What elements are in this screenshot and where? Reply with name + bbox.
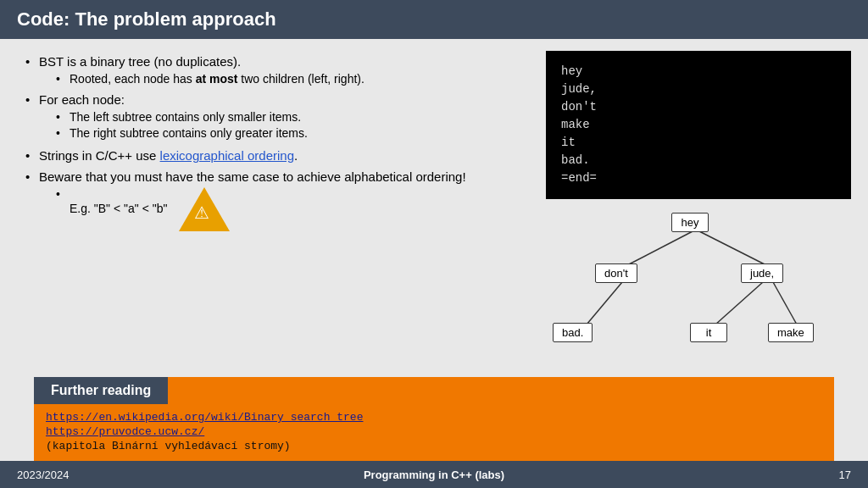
- bullet-3: Strings in C/C++ use lexicographical ord…: [25, 148, 520, 163]
- code-line-7: =end=: [561, 169, 836, 187]
- code-terminal: hey jude, don't make it bad. =end=: [546, 51, 851, 199]
- bullet-1: BST is a binary tree (no duplicates). Ro…: [25, 54, 520, 86]
- bullet-3-suffix: .: [294, 148, 298, 163]
- svg-line-3: [715, 282, 763, 324]
- footer-year: 2023/2024: [17, 469, 69, 481]
- further-reading-link-2[interactable]: https://pruvodce.ucw.cz/: [46, 425, 822, 438]
- further-reading-header: Further reading: [34, 377, 168, 404]
- warning-triangle-icon: [179, 187, 230, 231]
- bullet-4: Beware that you must have the same case …: [25, 169, 520, 231]
- tree-node-bad: bad.: [553, 323, 593, 342]
- bullet-2: For each node: The left subtree contains…: [25, 92, 520, 140]
- footer-page: 17: [839, 469, 851, 481]
- code-line-2: jude,: [561, 80, 836, 98]
- tree-node-dont: don't: [595, 263, 637, 283]
- bst-tree: hey don't jude, bad. it make: [546, 206, 851, 392]
- code-line-1: hey: [561, 63, 836, 80]
- bullet-1-text: BST is a binary tree (no duplicates).: [39, 54, 241, 69]
- further-reading-link-2-wrapper: https://pruvodce.ucw.cz/ (kapitola Binár…: [46, 425, 822, 452]
- slide-header: Code: The problem approach: [0, 0, 868, 39]
- slide-footer: 2023/2024 Programming in C++ (labs) 17: [0, 461, 868, 488]
- further-reading-link-1[interactable]: https://en.wikipedia.org/wiki/Binary_sea…: [46, 411, 822, 424]
- bullet-2-sub-2: The right subtree contains only greater …: [56, 126, 520, 140]
- bullet-1-sub-1-rest: two children (left, right).: [237, 72, 364, 86]
- bullet-2-text: For each node:: [39, 92, 125, 107]
- tree-node-it: it: [690, 323, 727, 342]
- further-reading-links: https://en.wikipedia.org/wiki/Binary_sea…: [34, 411, 834, 452]
- bullet-1-sub-1: Rooted, each node has at most two childr…: [56, 72, 520, 86]
- bullet-3-prefix: Strings in C/C++ use: [39, 148, 160, 163]
- bullet-1-sub-1-bold: at most: [196, 72, 238, 86]
- tree-node-hey: hey: [671, 213, 709, 232]
- tree-node-jude: jude,: [741, 263, 783, 283]
- header-title: Code: The problem approach: [17, 8, 276, 30]
- svg-line-1: [696, 230, 766, 265]
- bullet-2-sub-1-text: The left subtree contains only smaller i…: [70, 110, 301, 124]
- bullet-2-sub-1: The left subtree contains only smaller i…: [56, 110, 520, 124]
- svg-line-2: [587, 282, 622, 324]
- bullet-4-sub-1: E.g. "B" < "a" < "b": [56, 187, 520, 231]
- bullet-list: BST is a binary tree (no duplicates). Ro…: [25, 54, 520, 231]
- code-line-6: bad.: [561, 152, 836, 169]
- bullet-4-text: Beware that you must have the same case …: [39, 169, 466, 184]
- bullet-2-sub-2-text: The right subtree contains only greater …: [70, 126, 308, 140]
- tree-edges: [546, 206, 851, 392]
- code-line-5: it: [561, 134, 836, 152]
- code-line-4: make: [561, 116, 836, 134]
- code-line-3: don't: [561, 98, 836, 116]
- bullet-1-sub-1-prefix: Rooted, each node has: [70, 72, 196, 86]
- bullet-4-sub-1-text: E.g. "B" < "a" < "b": [70, 202, 167, 215]
- footer-title: Programming in C++ (labs): [364, 469, 504, 481]
- lexicographical-ordering-link[interactable]: lexicographical ordering: [160, 148, 294, 163]
- svg-line-0: [627, 230, 696, 265]
- tree-node-make: make: [768, 323, 814, 342]
- svg-line-4: [773, 282, 797, 324]
- further-reading-section: Further reading https://en.wikipedia.org…: [34, 377, 834, 461]
- further-reading-link-2-suffix: (kapitola Binární vyhledávací stromy): [46, 440, 291, 452]
